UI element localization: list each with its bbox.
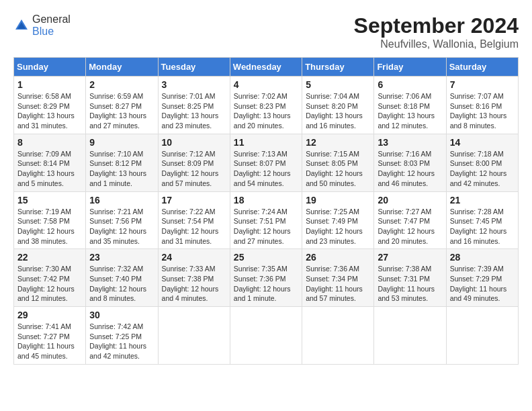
day-number: 17 bbox=[162, 195, 226, 205]
col-saturday: Saturday bbox=[446, 58, 518, 77]
table-row: 5Sunrise: 7:04 AMSunset: 8:20 PMDaylight… bbox=[302, 77, 374, 134]
day-number: 25 bbox=[234, 252, 298, 263]
table-row: 24Sunrise: 7:33 AMSunset: 7:38 PMDayligh… bbox=[158, 249, 230, 307]
day-info: Sunrise: 7:15 AMSunset: 8:05 PMDaylight:… bbox=[306, 149, 370, 189]
table-row: 21Sunrise: 7:28 AMSunset: 7:45 PMDayligh… bbox=[446, 191, 518, 249]
calendar-table: Sunday Monday Tuesday Wednesday Thursday… bbox=[13, 57, 519, 365]
day-info: Sunrise: 6:58 AMSunset: 8:29 PMDaylight:… bbox=[17, 91, 82, 131]
table-row: 17Sunrise: 7:22 AMSunset: 7:54 PMDayligh… bbox=[158, 191, 230, 249]
day-info: Sunrise: 7:22 AMSunset: 7:54 PMDaylight:… bbox=[162, 207, 226, 246]
day-number: 24 bbox=[162, 252, 226, 263]
table-row: 13Sunrise: 7:16 AMSunset: 8:03 PMDayligh… bbox=[374, 134, 446, 191]
table-row: 1Sunrise: 6:58 AMSunset: 8:29 PMDaylight… bbox=[14, 77, 86, 134]
day-info: Sunrise: 7:33 AMSunset: 7:38 PMDaylight:… bbox=[162, 264, 226, 304]
table-row: 18Sunrise: 7:24 AMSunset: 7:51 PMDayligh… bbox=[230, 191, 302, 249]
calendar-week-row: 1Sunrise: 6:58 AMSunset: 8:29 PMDaylight… bbox=[14, 77, 519, 134]
day-info: Sunrise: 7:12 AMSunset: 8:09 PMDaylight:… bbox=[162, 149, 226, 189]
day-number: 12 bbox=[306, 137, 370, 148]
day-number: 4 bbox=[234, 79, 298, 90]
location-title: Neufvilles, Wallonia, Belgium bbox=[354, 38, 519, 50]
day-number: 18 bbox=[234, 195, 298, 205]
table-row: 27Sunrise: 7:38 AMSunset: 7:31 PMDayligh… bbox=[374, 249, 446, 307]
col-wednesday: Wednesday bbox=[230, 58, 302, 77]
day-info: Sunrise: 7:32 AMSunset: 7:40 PMDaylight:… bbox=[89, 264, 154, 304]
day-info: Sunrise: 7:38 AMSunset: 7:31 PMDaylight:… bbox=[378, 264, 442, 304]
table-row bbox=[446, 307, 518, 365]
day-number: 15 bbox=[17, 195, 82, 205]
logo: General Blue bbox=[13, 13, 71, 38]
logo-text: General Blue bbox=[32, 13, 71, 38]
table-row bbox=[302, 307, 374, 365]
day-number: 28 bbox=[450, 252, 515, 263]
day-info: Sunrise: 7:28 AMSunset: 7:45 PMDaylight:… bbox=[450, 207, 515, 246]
day-number: 10 bbox=[162, 137, 226, 148]
calendar-week-row: 15Sunrise: 7:19 AMSunset: 7:58 PMDayligh… bbox=[14, 191, 519, 249]
day-number: 13 bbox=[378, 137, 442, 148]
logo-icon bbox=[13, 17, 30, 34]
table-row: 28Sunrise: 7:39 AMSunset: 7:29 PMDayligh… bbox=[446, 249, 518, 307]
col-friday: Friday bbox=[374, 58, 446, 77]
day-number: 16 bbox=[89, 195, 154, 205]
table-row: 2Sunrise: 6:59 AMSunset: 8:27 PMDaylight… bbox=[86, 77, 158, 134]
day-info: Sunrise: 7:30 AMSunset: 7:42 PMDaylight:… bbox=[17, 264, 82, 304]
day-info: Sunrise: 7:35 AMSunset: 7:36 PMDaylight:… bbox=[234, 264, 298, 304]
day-number: 7 bbox=[450, 79, 515, 90]
logo-general-text: General bbox=[32, 13, 71, 25]
table-row bbox=[374, 307, 446, 365]
day-number: 30 bbox=[89, 310, 154, 320]
table-row: 19Sunrise: 7:25 AMSunset: 7:49 PMDayligh… bbox=[302, 191, 374, 249]
table-row: 7Sunrise: 7:07 AMSunset: 8:16 PMDaylight… bbox=[446, 77, 518, 134]
day-info: Sunrise: 7:06 AMSunset: 8:18 PMDaylight:… bbox=[378, 91, 442, 131]
day-number: 21 bbox=[450, 195, 515, 205]
table-row bbox=[158, 307, 230, 365]
day-number: 22 bbox=[17, 252, 82, 263]
day-number: 9 bbox=[89, 137, 154, 148]
day-info: Sunrise: 7:01 AMSunset: 8:25 PMDaylight:… bbox=[162, 91, 226, 131]
day-info: Sunrise: 7:18 AMSunset: 8:00 PMDaylight:… bbox=[450, 149, 515, 189]
day-info: Sunrise: 7:42 AMSunset: 7:25 PMDaylight:… bbox=[89, 322, 154, 361]
day-number: 8 bbox=[17, 137, 82, 148]
day-info: Sunrise: 7:25 AMSunset: 7:49 PMDaylight:… bbox=[306, 207, 370, 246]
table-row: 6Sunrise: 7:06 AMSunset: 8:18 PMDaylight… bbox=[374, 77, 446, 134]
calendar-week-row: 22Sunrise: 7:30 AMSunset: 7:42 PMDayligh… bbox=[14, 249, 519, 307]
logo-blue-text: Blue bbox=[32, 26, 54, 37]
day-info: Sunrise: 7:21 AMSunset: 7:56 PMDaylight:… bbox=[89, 207, 154, 246]
table-row: 22Sunrise: 7:30 AMSunset: 7:42 PMDayligh… bbox=[14, 249, 86, 307]
table-row: 4Sunrise: 7:02 AMSunset: 8:23 PMDaylight… bbox=[230, 77, 302, 134]
calendar-week-row: 29Sunrise: 7:41 AMSunset: 7:27 PMDayligh… bbox=[14, 307, 519, 365]
table-row: 3Sunrise: 7:01 AMSunset: 8:25 PMDaylight… bbox=[158, 77, 230, 134]
day-number: 14 bbox=[450, 137, 515, 148]
day-number: 19 bbox=[306, 195, 370, 205]
day-number: 6 bbox=[378, 79, 442, 90]
day-info: Sunrise: 7:36 AMSunset: 7:34 PMDaylight:… bbox=[306, 264, 370, 304]
day-number: 2 bbox=[89, 79, 154, 90]
day-number: 20 bbox=[378, 195, 442, 205]
header: General Blue September 2024 Neufvilles, … bbox=[13, 13, 519, 50]
col-sunday: Sunday bbox=[14, 58, 86, 77]
day-info: Sunrise: 7:13 AMSunset: 8:07 PMDaylight:… bbox=[234, 149, 298, 189]
day-number: 11 bbox=[234, 137, 298, 148]
day-info: Sunrise: 7:19 AMSunset: 7:58 PMDaylight:… bbox=[17, 207, 82, 246]
table-row: 8Sunrise: 7:09 AMSunset: 8:14 PMDaylight… bbox=[14, 134, 86, 191]
col-tuesday: Tuesday bbox=[158, 58, 230, 77]
day-info: Sunrise: 7:02 AMSunset: 8:23 PMDaylight:… bbox=[234, 91, 298, 131]
table-row: 16Sunrise: 7:21 AMSunset: 7:56 PMDayligh… bbox=[86, 191, 158, 249]
table-row bbox=[230, 307, 302, 365]
title-area: September 2024 Neufvilles, Wallonia, Bel… bbox=[354, 13, 519, 50]
table-row: 9Sunrise: 7:10 AMSunset: 8:12 PMDaylight… bbox=[86, 134, 158, 191]
day-info: Sunrise: 7:39 AMSunset: 7:29 PMDaylight:… bbox=[450, 264, 515, 304]
day-info: Sunrise: 7:24 AMSunset: 7:51 PMDaylight:… bbox=[234, 207, 298, 246]
day-number: 23 bbox=[89, 252, 154, 263]
day-number: 5 bbox=[306, 79, 370, 90]
table-row: 25Sunrise: 7:35 AMSunset: 7:36 PMDayligh… bbox=[230, 249, 302, 307]
table-row: 23Sunrise: 7:32 AMSunset: 7:40 PMDayligh… bbox=[86, 249, 158, 307]
day-info: Sunrise: 7:04 AMSunset: 8:20 PMDaylight:… bbox=[306, 91, 370, 131]
day-number: 26 bbox=[306, 252, 370, 263]
day-number: 1 bbox=[17, 79, 82, 90]
day-info: Sunrise: 7:41 AMSunset: 7:27 PMDaylight:… bbox=[17, 322, 82, 361]
table-row: 29Sunrise: 7:41 AMSunset: 7:27 PMDayligh… bbox=[14, 307, 86, 365]
table-row: 14Sunrise: 7:18 AMSunset: 8:00 PMDayligh… bbox=[446, 134, 518, 191]
day-info: Sunrise: 6:59 AMSunset: 8:27 PMDaylight:… bbox=[89, 91, 154, 131]
table-row: 12Sunrise: 7:15 AMSunset: 8:05 PMDayligh… bbox=[302, 134, 374, 191]
day-number: 29 bbox=[17, 310, 82, 320]
